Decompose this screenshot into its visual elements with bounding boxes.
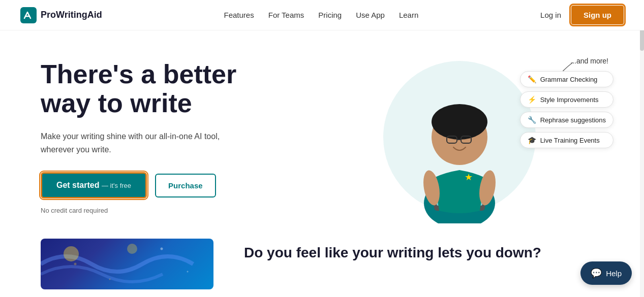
- nav-auth: Log in Sign up: [540, 6, 624, 24]
- hero-section: There's a better way to write Make your …: [0, 30, 644, 234]
- chip-grammar: ✏️ Grammar Checking: [520, 71, 614, 87]
- svg-point-3: [432, 104, 487, 140]
- no-credit-text: No credit card required: [41, 207, 295, 214]
- nav-features[interactable]: Features: [224, 11, 254, 19]
- get-started-button[interactable]: Get started — it's free: [41, 172, 147, 199]
- starry-night-image: [41, 239, 213, 289]
- hero-illustration: ★ ...and more! ✏️ Grammar Checking ⚡ Sty…: [295, 51, 624, 223]
- training-icon: 🎓: [528, 136, 536, 144]
- feature-chips: ✏️ Grammar Checking ⚡ Style Improvements…: [520, 71, 614, 148]
- nav-use-app[interactable]: Use App: [356, 11, 385, 19]
- nav-links: Features For Teams Pricing Use App Learn: [224, 11, 419, 20]
- person-illustration: ★: [393, 66, 526, 223]
- swirl-decoration: [41, 239, 213, 289]
- bottom-title: Do you feel like your writing lets you d…: [244, 244, 603, 262]
- hero-title: There's a better way to write: [41, 60, 295, 118]
- bottom-section: Do you feel like your writing lets you d…: [0, 234, 644, 294]
- bottom-content: Do you feel like your writing lets you d…: [244, 239, 603, 262]
- login-link[interactable]: Log in: [540, 11, 561, 19]
- logo-text: ProWritingAid: [41, 10, 102, 20]
- navigation: ProWritingAid Features For Teams Pricing…: [0, 0, 644, 30]
- svg-point-14: [127, 244, 137, 254]
- logo-icon: [20, 7, 37, 23]
- svg-text:★: ★: [465, 172, 473, 182]
- hero-buttons: Get started — it's free Purchase: [41, 172, 295, 199]
- grammar-icon: ✏️: [528, 75, 536, 83]
- svg-point-13: [64, 246, 79, 261]
- style-icon: ⚡: [528, 95, 536, 104]
- nav-learn[interactable]: Learn: [399, 11, 418, 19]
- hero-subtitle: Make your writing shine with our all-in-…: [41, 130, 224, 156]
- chip-style: ⚡ Style Improvements: [520, 91, 614, 108]
- hero-content: There's a better way to write Make your …: [41, 60, 295, 215]
- chat-icon: 💬: [591, 268, 602, 279]
- help-chat-widget[interactable]: 💬 Help: [580, 261, 632, 285]
- nav-pricing[interactable]: Pricing: [318, 11, 342, 19]
- chip-training: 🎓 Live Training Events: [520, 132, 614, 148]
- scrollbar[interactable]: [640, 0, 644, 297]
- logo[interactable]: ProWritingAid: [20, 7, 102, 23]
- signup-button[interactable]: Sign up: [571, 6, 624, 24]
- rephrase-icon: 🔧: [528, 116, 536, 124]
- help-label: Help: [606, 269, 622, 278]
- starry-background: [41, 239, 213, 289]
- chip-rephrase: 🔧 Rephrase suggestions: [520, 112, 614, 128]
- purchase-button[interactable]: Purchase: [155, 174, 216, 197]
- nav-teams[interactable]: For Teams: [268, 11, 304, 19]
